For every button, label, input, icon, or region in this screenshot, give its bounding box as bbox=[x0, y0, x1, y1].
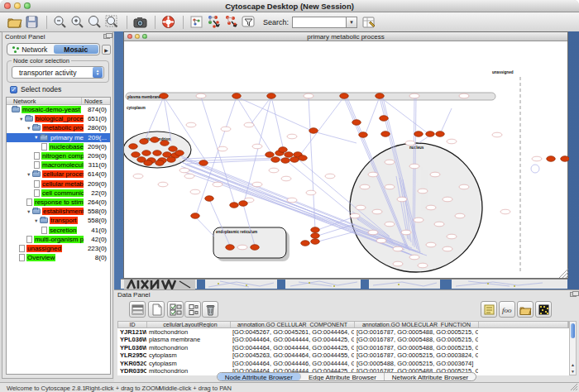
tree-col-nodes[interactable]: Nodes bbox=[82, 98, 110, 104]
table-column-header[interactable] bbox=[479, 322, 568, 327]
function-builder-icon[interactable]: foo bbox=[499, 301, 515, 318]
select-nodes-checkbox[interactable]: ✓ bbox=[10, 86, 17, 93]
network-node[interactable] bbox=[153, 151, 162, 156]
hidden-window-tab[interactable] bbox=[277, 280, 285, 289]
table-column-header[interactable]: annotation.GO MOLECULAR_FUNCTION bbox=[355, 322, 479, 327]
network-node[interactable] bbox=[160, 93, 169, 99]
network-node[interactable] bbox=[129, 144, 138, 150]
network-node[interactable] bbox=[279, 147, 288, 153]
table-column-header[interactable]: annotation.GO CELLULAR_COMPONENT bbox=[231, 322, 355, 327]
select-all-attributes-icon[interactable] bbox=[167, 301, 184, 318]
tree-row[interactable]: ▼transport558(0) bbox=[7, 216, 110, 225]
nucleus-region[interactable] bbox=[350, 143, 482, 272]
scroll-up-icon[interactable]: ▲ bbox=[570, 362, 576, 368]
delete-attribute-icon[interactable] bbox=[202, 301, 218, 318]
resize-grip-icon[interactable] bbox=[570, 383, 578, 391]
zoom-selected-icon[interactable] bbox=[87, 14, 103, 30]
network-node[interactable] bbox=[561, 156, 569, 162]
network-node[interactable] bbox=[267, 93, 276, 99]
network-node[interactable] bbox=[140, 139, 149, 145]
table-row[interactable]: YJR121W__1mitochondrion[GO:0045267, GO:0… bbox=[117, 328, 569, 337]
table-row[interactable]: YPL036W__2plasma membrane[GO:0044464, GO… bbox=[117, 336, 569, 344]
network-node[interactable] bbox=[191, 213, 200, 219]
annotation-icon[interactable] bbox=[481, 301, 497, 318]
network-node[interactable] bbox=[547, 156, 556, 162]
network-tree-header[interactable]: Network Nodes bbox=[7, 98, 110, 105]
window-resize-grip[interactable] bbox=[559, 269, 568, 278]
create-attribute-icon[interactable] bbox=[148, 301, 165, 318]
network-node[interactable] bbox=[175, 151, 184, 156]
network-node[interactable] bbox=[285, 152, 294, 158]
tree-row[interactable]: ▼metabolic process280(0) bbox=[7, 123, 110, 132]
network-node[interactable] bbox=[436, 131, 445, 137]
network-window-titlebar[interactable]: primary metabolic process bbox=[124, 32, 567, 41]
snapshot-icon[interactable] bbox=[132, 14, 148, 30]
network-node[interactable] bbox=[380, 116, 389, 122]
network-node[interactable] bbox=[144, 160, 153, 166]
attribute-table-body[interactable]: YJR121W__1mitochondrion[GO:0045267, GO:0… bbox=[117, 328, 569, 375]
tab-node-attribute-browser[interactable]: Node Attribute Browser bbox=[218, 373, 301, 380]
open-session-icon[interactable] bbox=[7, 14, 22, 30]
network-node[interactable] bbox=[226, 245, 235, 251]
network-node[interactable] bbox=[311, 239, 320, 245]
filter-icon[interactable] bbox=[223, 14, 239, 30]
network-node[interactable] bbox=[301, 241, 310, 246]
hidden-window-tab[interactable] bbox=[361, 280, 369, 289]
network-node[interactable] bbox=[239, 201, 248, 207]
attribute-table-header[interactable]: ID_cellularLayoutRegionannotation.GO CEL… bbox=[117, 321, 569, 328]
network-node[interactable] bbox=[266, 152, 275, 158]
table-row[interactable]: YLR295Ccytoplasm[GO:0045263, GO:0044464,… bbox=[117, 351, 569, 360]
network-node[interactable] bbox=[232, 93, 242, 99]
float-panel-icon[interactable] bbox=[570, 292, 577, 297]
tree-row[interactable]: response to stimulu264(0) bbox=[7, 198, 110, 207]
float-panel-icon[interactable] bbox=[103, 34, 110, 39]
expander-triangle-icon[interactable]: ▼ bbox=[26, 126, 32, 131]
network-view-window[interactable]: primary metabolic process plasma membran… bbox=[123, 31, 568, 279]
network-node[interactable] bbox=[359, 132, 368, 138]
network-node[interactable] bbox=[414, 131, 423, 137]
network-node[interactable] bbox=[142, 151, 151, 156]
plugin-manager-icon[interactable] bbox=[241, 14, 256, 30]
zoom-in-icon[interactable] bbox=[69, 14, 85, 30]
hidden-window-tab[interactable] bbox=[440, 280, 452, 289]
combo-stepper-icon[interactable]: ▲▼ bbox=[93, 67, 103, 78]
tree-row[interactable]: mosaic-demo-yeast874(0) bbox=[7, 105, 110, 114]
tab-overflow-arrow[interactable]: ▶ bbox=[102, 45, 111, 55]
tree-row[interactable]: Overview8(0) bbox=[7, 253, 110, 262]
network-node[interactable] bbox=[426, 131, 435, 137]
tree-row[interactable]: nitrogen compo209(0) bbox=[7, 151, 110, 160]
tab-edge-attribute-browser[interactable]: Edge Attribute Browser bbox=[301, 373, 385, 380]
tree-row[interactable]: multi-organism pro42(0) bbox=[7, 235, 110, 244]
background-windows-strip[interactable] bbox=[121, 279, 567, 289]
network-canvas[interactable]: plasma membrane cytoplasm mitochondrion … bbox=[124, 41, 567, 278]
network-node[interactable] bbox=[311, 227, 320, 233]
zoom-out-icon[interactable] bbox=[52, 14, 68, 30]
attribute-table[interactable]: ID_cellularLayoutRegionannotation.GO CEL… bbox=[117, 321, 569, 375]
layout-icon[interactable] bbox=[189, 14, 204, 30]
network-node[interactable] bbox=[271, 157, 280, 163]
import-attributes-icon[interactable] bbox=[517, 301, 534, 318]
network-node[interactable] bbox=[311, 233, 320, 239]
expander-triangle-icon[interactable]: ▼ bbox=[34, 135, 40, 140]
table-column-header[interactable]: _cellularLayoutRegion bbox=[147, 322, 231, 327]
tree-row[interactable]: cellular metabol209(0) bbox=[7, 179, 110, 189]
tree-row[interactable]: macromolecule311(0) bbox=[7, 160, 110, 170]
network-node[interactable] bbox=[352, 120, 361, 126]
table-row[interactable]: YKR052Ccytoplasm[GO:0044464, GO:0044446,… bbox=[117, 360, 569, 368]
table-scrollbar-thumb[interactable] bbox=[571, 323, 575, 338]
tab-network[interactable]: Network bbox=[7, 44, 53, 55]
expander-triangle-icon[interactable]: ▼ bbox=[19, 117, 25, 122]
search-dropdown-button[interactable]: ▼ bbox=[347, 17, 357, 28]
network-node[interactable] bbox=[281, 158, 290, 164]
tab-mosaic[interactable]: Mosaic bbox=[54, 45, 99, 54]
network-node[interactable] bbox=[230, 203, 239, 208]
tab-network-attribute-browser[interactable]: Network Attribute Browser bbox=[385, 373, 476, 380]
select-attributes-icon[interactable] bbox=[129, 301, 146, 318]
expander-triangle-icon[interactable]: ▼ bbox=[26, 172, 32, 177]
network-node[interactable] bbox=[156, 160, 165, 166]
network-node[interactable] bbox=[132, 152, 141, 158]
vizmapper-icon[interactable] bbox=[206, 14, 222, 30]
network-node[interactable] bbox=[163, 152, 172, 158]
network-node[interactable] bbox=[290, 157, 299, 163]
zoom-fit-icon[interactable] bbox=[104, 14, 120, 30]
